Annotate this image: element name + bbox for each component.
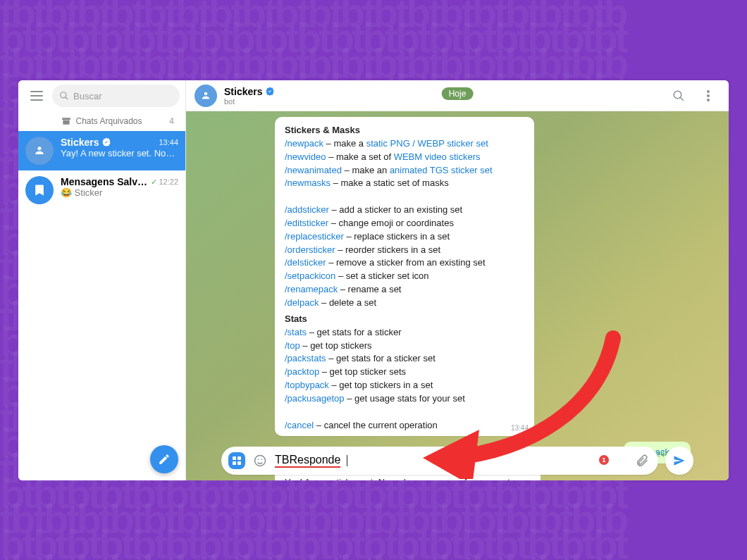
messages: Stickers & Masks/newpack – make a static… [186, 111, 729, 480]
command-link[interactable]: /packusagetop [285, 393, 345, 404]
command-link[interactable]: /packtop [285, 366, 319, 377]
command-line: /newvideo – make a set of WEBM video sti… [285, 151, 524, 164]
sidebar: Buscar Chats Arquivados 4 Stickers13:44Y… [18, 80, 186, 480]
bot-bubble[interactable]: Stickers & Masks/newpack – make a static… [275, 117, 534, 436]
command-line: /newanimated – make an animated TGS stic… [285, 164, 524, 178]
search-icon [672, 89, 685, 102]
header-actions [667, 84, 720, 108]
command-link[interactable]: /replacesticker [285, 231, 344, 242]
composer-text[interactable]: TBResponde [275, 454, 340, 468]
header-more-button[interactable] [696, 84, 720, 108]
command-desc: – add a sticker to an existing set [329, 204, 462, 215]
command-link[interactable]: /top [285, 340, 300, 351]
inline-link[interactable]: animated TGS sticker set [390, 165, 493, 175]
svg-line-10 [680, 97, 684, 101]
header-search-button[interactable] [667, 84, 691, 108]
delivered-icon: ✓ [151, 178, 157, 186]
command-desc: – remove a sticker from an existing set [326, 257, 486, 268]
command-link[interactable]: /packstats [285, 353, 326, 363]
command-desc: – change emoji or coordinates [328, 218, 454, 228]
command-line: /delsticker – remove a sticker from an e… [285, 256, 524, 270]
verified-icon [265, 87, 275, 97]
chat-preview: 😂 Sticker [61, 187, 178, 198]
pencil-icon [158, 453, 171, 466]
command-link[interactable]: /topbypack [285, 380, 329, 390]
sidebar-top: Buscar [18, 80, 185, 111]
command-link[interactable]: /delpack [285, 297, 319, 308]
search-icon [59, 91, 69, 101]
message-time: 13:44 [511, 423, 529, 434]
svg-point-12 [707, 94, 710, 97]
command-line: /replacesticker – replace stickers in a … [285, 230, 524, 244]
command-link[interactable]: /editsticker [285, 218, 328, 228]
command-link[interactable]: /newvideo [285, 151, 326, 162]
command-line: /renamepack – rename a set [285, 283, 524, 297]
inline-link[interactable]: static PNG / WEBP sticker set [366, 138, 488, 149]
composer[interactable]: TBResponde [221, 447, 658, 475]
command-link[interactable]: /newpack [285, 138, 323, 149]
chat-item[interactable]: Stickers13:44Yay! A new sticker set. Now… [18, 131, 185, 170]
chat-avatar [25, 176, 54, 204]
compose-fab[interactable] [150, 445, 178, 473]
svg-point-9 [674, 91, 681, 99]
svg-point-11 [707, 90, 710, 93]
command-link[interactable]: /ordersticker [285, 244, 335, 255]
svg-point-18 [255, 456, 266, 466]
header-avatar[interactable] [195, 85, 217, 107]
command-desc: – get top stickers [300, 340, 372, 351]
command-link[interactable]: /setpackicon [285, 270, 335, 281]
command-line: /setpackicon – set a sticker set icon [285, 270, 524, 283]
attach-button[interactable] [633, 452, 651, 470]
svg-rect-17 [237, 461, 241, 465]
command-link[interactable]: /cancel [285, 420, 314, 430]
command-line: /cancel – cancel the current operation [285, 419, 524, 433]
command-line: /packusagetop – get usage stats for your… [285, 392, 524, 406]
menu-icon [30, 91, 43, 101]
more-icon [707, 90, 710, 101]
command-desc: – get stats for a sticker set [326, 353, 436, 363]
command-line: /packstats – get stats for a sticker set [285, 352, 524, 366]
command-line: /delpack – delete a set [285, 297, 524, 310]
command-desc: – get usage stats for your set [345, 393, 465, 404]
notification-badge: 1 [599, 455, 609, 465]
chat-item[interactable]: Mensagens Salvas✓12:22😂 Sticker [18, 170, 185, 210]
command-link[interactable]: /newmasks [285, 178, 331, 188]
chat-list: Stickers13:44Yay! A new sticker set. Now… [18, 131, 185, 480]
command-desc: – make a static set of masks [331, 178, 449, 188]
command-link[interactable]: /newanimated [285, 165, 342, 175]
archived-chats[interactable]: Chats Arquivados 4 [18, 111, 185, 131]
search-input-wrap[interactable]: Buscar [52, 85, 180, 107]
command-line: /topbypack – get top stickers in a set [285, 379, 524, 392]
svg-point-3 [61, 92, 66, 98]
section-title: Stats [285, 313, 524, 326]
main-area: Stickers bot Hoje Stickers & Masks/newpa… [186, 80, 729, 480]
header-title-block[interactable]: Stickers bot [224, 86, 275, 106]
message-in: Stickers & Masks/newpack – make a static… [186, 117, 729, 436]
reply-text: Yay! A new sticker set. Now choose a nam… [285, 477, 512, 480]
emoji-icon [253, 454, 267, 468]
chat-name: Stickers [61, 137, 99, 148]
send-icon [672, 454, 686, 468]
paperclip-icon [635, 454, 649, 468]
command-desc: – set a sticker set icon [335, 270, 428, 281]
command-desc: – get top stickers in a set [329, 380, 433, 390]
command-link[interactable]: /delsticker [285, 257, 326, 268]
chat-subtitle: bot [224, 97, 275, 106]
send-button[interactable] [665, 447, 693, 475]
chat-name: Mensagens Salvas [61, 176, 148, 187]
svg-point-8 [204, 92, 208, 95]
inline-link[interactable]: WEBM video stickers [394, 151, 481, 162]
command-line: /editsticker – change emoji or coordinat… [285, 217, 524, 230]
verified-icon [101, 137, 111, 147]
bot-keyboard-button[interactable] [228, 452, 245, 469]
command-desc: – make a set of [326, 151, 394, 162]
command-link[interactable]: /addsticker [285, 204, 329, 215]
command-line: /newmasks – make a static set of masks [285, 177, 524, 190]
command-link[interactable]: /renamepack [285, 284, 338, 294]
emoji-button[interactable] [251, 452, 269, 470]
command-desc: – replace stickers in a set [344, 231, 450, 242]
menu-button[interactable] [24, 83, 49, 108]
section-title: Stickers & Masks [285, 124, 524, 137]
command-desc: – get top sticker sets [319, 366, 406, 377]
command-link[interactable]: /stats [285, 327, 307, 337]
